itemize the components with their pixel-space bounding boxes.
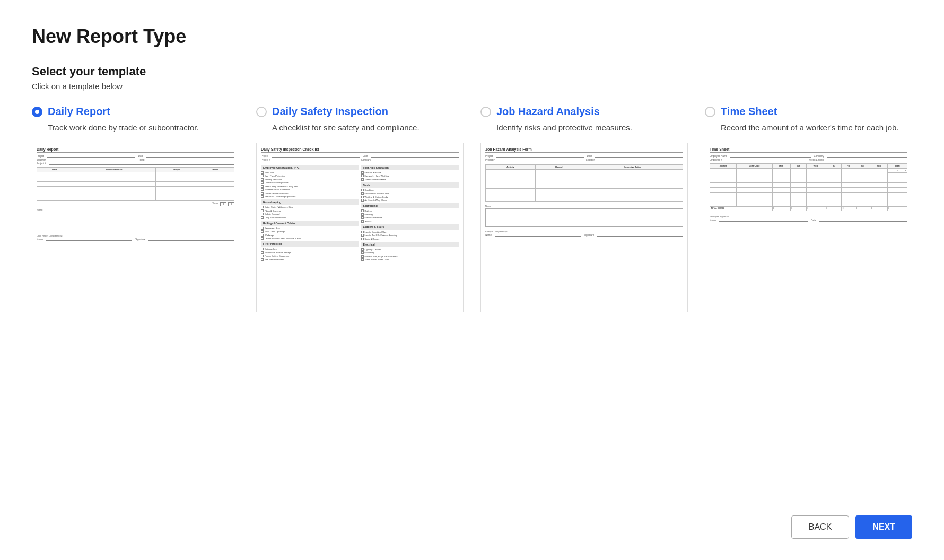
template-preview-time-sheet: Time Sheet Employee Name Company Employe… — [705, 143, 912, 312]
template-desc-daily-report: Track work done by trade or subcontracto… — [32, 122, 239, 134]
preview-title-ts: Time Sheet — [710, 147, 907, 153]
section-title: Select your template — [32, 65, 912, 78]
template-preview-job-hazard: Job Hazard Analysis Form Project Date Pr… — [480, 143, 688, 312]
page-title: New Report Type — [32, 25, 912, 48]
template-desc-job-hazard: Identify risks and protective measures. — [480, 122, 688, 134]
template-card-daily-report[interactable]: Daily Report Track work done by trade or… — [32, 106, 239, 312]
template-header-daily-report: Daily Report — [32, 106, 239, 118]
back-button[interactable]: BACK — [791, 515, 850, 539]
template-desc-time-sheet: Record the amount of a worker's time for… — [705, 122, 912, 134]
radio-job-hazard[interactable] — [480, 107, 491, 117]
footer-buttons: BACK NEXT — [791, 515, 912, 539]
section-subtitle: Click on a template below — [32, 82, 912, 91]
template-card-daily-safety[interactable]: Daily Safety Inspection A checklist for … — [256, 106, 464, 312]
template-name-daily-report: Daily Report — [48, 106, 110, 118]
radio-time-sheet[interactable] — [705, 107, 715, 117]
template-card-job-hazard[interactable]: Job Hazard Analysis Identify risks and p… — [480, 106, 688, 312]
template-preview-daily-report: Daily Report Project Date Weather Temp P… — [32, 143, 239, 312]
template-name-job-hazard: Job Hazard Analysis — [496, 106, 600, 118]
template-card-time-sheet[interactable]: Time Sheet Record the amount of a worker… — [705, 106, 912, 312]
next-button[interactable]: NEXT — [855, 515, 912, 539]
preview-title-jha: Job Hazard Analysis Form — [485, 147, 683, 153]
template-header-time-sheet: Time Sheet — [705, 106, 912, 118]
preview-title-dr: Daily Report — [37, 147, 234, 153]
template-preview-daily-safety: Daily Safety Inspection Checklist Projec… — [256, 143, 464, 312]
template-desc-daily-safety: A checklist for site safety and complian… — [256, 122, 464, 134]
radio-daily-report[interactable] — [32, 107, 42, 117]
templates-grid: Daily Report Track work done by trade or… — [32, 106, 912, 312]
template-name-time-sheet: Time Sheet — [721, 106, 777, 118]
template-header-job-hazard: Job Hazard Analysis — [480, 106, 688, 118]
template-header-daily-safety: Daily Safety Inspection — [256, 106, 464, 118]
template-name-daily-safety: Daily Safety Inspection — [272, 106, 388, 118]
preview-title-dsi: Daily Safety Inspection Checklist — [261, 147, 459, 153]
radio-daily-safety[interactable] — [256, 107, 267, 117]
